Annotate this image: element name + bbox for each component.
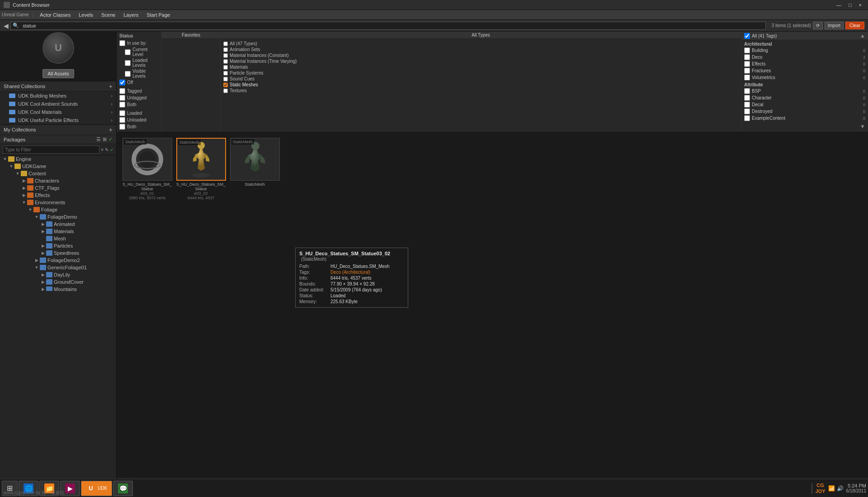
status-loaded-check[interactable] — [119, 110, 125, 116]
tags-scroll-down[interactable]: ▼ — [860, 123, 865, 130]
packages-list-view-btn[interactable]: ☰ — [96, 136, 101, 142]
status-untagged-check[interactable] — [119, 95, 125, 101]
asset-item-1[interactable]: StaticMesh S_HU_Deco_Statues_SM_Statue e… — [121, 137, 173, 201]
type-materials-check[interactable] — [223, 65, 228, 70]
tags-scroll-up[interactable]: ▲ — [860, 33, 865, 39]
tree-daylily[interactable]: ▶ DayLily — [0, 271, 116, 278]
status-visible-levels-check[interactable] — [125, 71, 131, 77]
packages-confirm-btn[interactable]: ✓ — [108, 136, 113, 142]
collection-building-meshes[interactable]: UDK Building Meshes › — [0, 92, 116, 100]
cg-logo: CGJOY — [815, 483, 825, 493]
tree-foliage[interactable]: ▼ Foliage — [0, 206, 116, 213]
status-loaded-levels-check[interactable] — [125, 60, 131, 66]
tag-decal-check[interactable] — [744, 102, 750, 108]
menu-levels[interactable]: Levels — [75, 11, 97, 19]
status-off-check[interactable] — [119, 80, 125, 85]
tag-building-label: Building — [752, 48, 768, 53]
type-sm-label: Static Meshes — [230, 82, 258, 87]
minimize-btn[interactable]: — — [834, 2, 844, 8]
search-input[interactable] — [21, 22, 764, 29]
tree-environments[interactable]: ▼ Environments — [0, 199, 116, 206]
cb-header: ◀ 🔍 3 items (1 selected) ⟳ Import Clear — [0, 20, 868, 32]
tag-example-content-check[interactable] — [744, 115, 750, 121]
asset-subname-1: e03_01 — [140, 191, 154, 196]
tree-materials[interactable]: ▶ Materials — [0, 228, 116, 235]
status-in-use-check[interactable] — [119, 40, 125, 46]
all-assets-btn[interactable]: All Assets — [42, 69, 74, 78]
status-filter-label: Status — [119, 33, 159, 38]
menu-actor-classes[interactable]: Actor Classes — [36, 11, 74, 19]
shared-collections-header[interactable]: Shared Collections + — [0, 81, 116, 92]
tag-fractures-check[interactable] — [744, 68, 750, 74]
status-unloaded-check[interactable] — [119, 117, 125, 123]
type-mic-check[interactable] — [223, 53, 228, 58]
tree-animated[interactable]: ▶ Animated — [0, 220, 116, 228]
filter-edit-btn[interactable]: ✎ — [105, 147, 108, 152]
type-mitv-check[interactable] — [223, 59, 228, 64]
filter-clear-btn[interactable]: × — [101, 147, 104, 152]
type-sm-check[interactable] — [223, 83, 228, 87]
tree-foliage-demo[interactable]: ▼ FoliageDemo — [0, 213, 116, 220]
type-all-check[interactable] — [223, 42, 228, 46]
tree-content[interactable]: ▼ Content — [0, 170, 116, 177]
clear-btn[interactable]: Clear — [845, 22, 864, 29]
tree-expander: ▶ — [21, 193, 27, 197]
collection-particle-effects[interactable]: UDK Useful Particle Effects › — [0, 116, 116, 124]
type-sc-check[interactable] — [223, 77, 228, 81]
tree-udkgame[interactable]: ▼ UDKGame — [0, 163, 116, 170]
my-collections-header[interactable]: My Collections + — [0, 125, 116, 135]
tag-destroyed-check[interactable] — [744, 108, 750, 114]
type-animation-sets-check[interactable] — [223, 47, 228, 52]
type-textures-check[interactable] — [223, 89, 228, 93]
tag-building-check[interactable] — [744, 47, 750, 53]
tag-deco-check[interactable] — [744, 54, 750, 60]
tree-foliage-demo2[interactable]: ▶ FoliageDemo2 — [0, 257, 116, 264]
menu-start-page[interactable]: Start Page — [143, 11, 174, 19]
tag-volumetrics-check[interactable] — [744, 75, 750, 80]
maximize-btn[interactable]: □ — [846, 2, 854, 8]
all-tags-check[interactable] — [744, 33, 750, 39]
left-panel: U All Assets Shared Collections + UDK Bu… — [0, 32, 117, 497]
filter-ok-btn[interactable]: ✓ — [110, 147, 113, 152]
tree-mesh[interactable]: Mesh — [0, 235, 116, 242]
back-arrow[interactable]: ◀ — [4, 22, 9, 29]
status-both-check[interactable] — [119, 102, 125, 108]
add-my-collection-btn[interactable]: + — [109, 126, 113, 133]
menu-scene[interactable]: Scene — [98, 11, 119, 19]
status-both-2-check[interactable] — [119, 124, 125, 130]
collection-cool-materials[interactable]: UDK Cool Materials › — [0, 108, 116, 116]
menu-layers[interactable]: Layers — [120, 11, 142, 19]
status-tagged-check[interactable] — [119, 88, 125, 94]
tree-ctf-flags[interactable]: ▶ CTF_Flags — [0, 184, 116, 192]
tag-attribute-header: Attribute — [744, 82, 865, 88]
taskbar-chat[interactable]: 💬 — [113, 481, 133, 496]
tooltip-path-value: HU_Deco_Statues.SM_Mesh — [330, 264, 390, 269]
tag-effects-check[interactable] — [744, 61, 750, 67]
tree-mountains[interactable]: ▶ Mountains — [0, 286, 116, 291]
package-filter-input[interactable] — [3, 145, 99, 154]
asset-item-2[interactable]: StaticMesh — [175, 137, 227, 201]
tree-characters[interactable]: ▶ Characters — [0, 177, 116, 184]
collection-ambient-sounds[interactable]: UDK Cool Ambient Sounds › — [0, 100, 116, 108]
status-current-level-check[interactable] — [125, 49, 131, 55]
tree-particles[interactable]: ▶ Particles — [0, 242, 116, 249]
sub-icon — [46, 286, 52, 291]
header-import-btn[interactable]: Import — [825, 22, 844, 29]
tray-icons: 📶 🔊 — [828, 485, 844, 492]
packages-grid-view-btn[interactable]: ⊞ — [103, 136, 107, 142]
type-ps-check[interactable] — [223, 71, 228, 75]
packages-header[interactable]: Packages ☰ ⊞ ✓ — [0, 135, 116, 144]
asset-item-3[interactable]: StaticMesh — [229, 137, 281, 188]
status-off: Off — [119, 79, 159, 86]
tree-groundcover[interactable]: ▶ GroundCover — [0, 278, 116, 286]
tree-effects[interactable]: ▶ Effects — [0, 192, 116, 199]
add-shared-collection-btn[interactable]: + — [109, 83, 113, 90]
taskbar-udk[interactable]: U UDK — [81, 481, 112, 496]
sync-btn[interactable]: ⟳ — [813, 22, 823, 29]
tree-generic-foliage01[interactable]: ▼ GenericFoliage01 — [0, 264, 116, 271]
tag-bsp-check[interactable] — [744, 88, 750, 94]
tag-character-check[interactable] — [744, 95, 750, 101]
close-btn[interactable]: × — [856, 2, 864, 8]
tree-engine[interactable]: ▼ Engine — [0, 155, 116, 163]
tree-speedtrees[interactable]: ▶ Speedtrees — [0, 249, 116, 257]
